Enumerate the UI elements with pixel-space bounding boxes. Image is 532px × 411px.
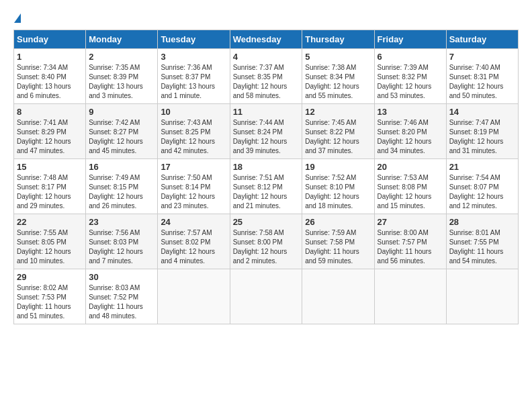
calendar-week-row: 15Sunrise: 7:48 AMSunset: 8:17 PMDayligh… [14, 159, 519, 214]
day-info: Sunrise: 7:41 AMSunset: 8:29 PMDaylight:… [17, 118, 83, 156]
column-header-friday: Friday [374, 30, 446, 49]
calendar-cell: 7Sunrise: 7:40 AMSunset: 8:31 PMDaylight… [446, 49, 518, 104]
day-info: Sunrise: 8:02 AMSunset: 7:53 PMDaylight:… [17, 283, 83, 321]
calendar-cell: 19Sunrise: 7:52 AMSunset: 8:10 PMDayligh… [302, 159, 374, 214]
calendar-cell: 25Sunrise: 7:58 AMSunset: 8:00 PMDayligh… [230, 214, 302, 269]
day-info: Sunrise: 7:56 AMSunset: 8:03 PMDaylight:… [89, 228, 154, 266]
calendar-cell [302, 269, 374, 324]
calendar-header-row: SundayMondayTuesdayWednesdayThursdayFrid… [14, 30, 519, 49]
day-info: Sunrise: 7:51 AMSunset: 8:12 PMDaylight:… [233, 173, 300, 211]
calendar-cell [230, 269, 302, 324]
day-number: 22 [17, 217, 83, 227]
day-number: 26 [305, 217, 371, 227]
calendar-cell [158, 269, 230, 324]
day-number: 10 [161, 107, 226, 117]
calendar-cell: 30Sunrise: 8:03 AMSunset: 7:52 PMDayligh… [86, 269, 158, 324]
calendar-cell: 5Sunrise: 7:38 AMSunset: 8:34 PMDaylight… [302, 49, 374, 104]
calendar-table: SundayMondayTuesdayWednesdayThursdayFrid… [13, 30, 519, 324]
calendar-week-row: 22Sunrise: 7:55 AMSunset: 8:05 PMDayligh… [14, 214, 519, 269]
day-info: Sunrise: 7:44 AMSunset: 8:24 PMDaylight:… [233, 118, 300, 156]
day-number: 14 [449, 107, 515, 117]
calendar-cell: 20Sunrise: 7:53 AMSunset: 8:08 PMDayligh… [374, 159, 446, 214]
day-number: 13 [378, 107, 443, 117]
day-number: 11 [233, 107, 300, 117]
day-info: Sunrise: 7:42 AMSunset: 8:27 PMDaylight:… [89, 118, 154, 156]
day-info: Sunrise: 7:38 AMSunset: 8:34 PMDaylight:… [305, 63, 371, 101]
calendar-cell: 13Sunrise: 7:46 AMSunset: 8:20 PMDayligh… [374, 104, 446, 159]
calendar-cell: 23Sunrise: 7:56 AMSunset: 8:03 PMDayligh… [86, 214, 158, 269]
day-number: 27 [378, 217, 443, 227]
day-number: 30 [89, 272, 154, 282]
calendar-cell: 8Sunrise: 7:41 AMSunset: 8:29 PMDaylight… [14, 104, 86, 159]
calendar-cell: 10Sunrise: 7:43 AMSunset: 8:25 PMDayligh… [158, 104, 230, 159]
day-number: 16 [89, 162, 154, 172]
calendar-cell: 6Sunrise: 7:39 AMSunset: 8:32 PMDaylight… [374, 49, 446, 104]
calendar-cell: 29Sunrise: 8:02 AMSunset: 7:53 PMDayligh… [14, 269, 86, 324]
column-header-thursday: Thursday [302, 30, 374, 49]
day-info: Sunrise: 7:49 AMSunset: 8:15 PMDaylight:… [89, 173, 154, 211]
column-header-sunday: Sunday [14, 30, 86, 49]
calendar-cell: 12Sunrise: 7:45 AMSunset: 8:22 PMDayligh… [302, 104, 374, 159]
calendar-cell: 11Sunrise: 7:44 AMSunset: 8:24 PMDayligh… [230, 104, 302, 159]
day-number: 28 [449, 217, 515, 227]
calendar-cell: 27Sunrise: 8:00 AMSunset: 7:57 PMDayligh… [374, 214, 446, 269]
day-number: 6 [378, 52, 443, 62]
calendar-cell: 16Sunrise: 7:49 AMSunset: 8:15 PMDayligh… [86, 159, 158, 214]
logo [13, 13, 21, 23]
day-info: Sunrise: 7:36 AMSunset: 8:37 PMDaylight:… [161, 63, 226, 101]
calendar-cell: 2Sunrise: 7:35 AMSunset: 8:39 PMDaylight… [86, 49, 158, 104]
day-number: 23 [89, 217, 154, 227]
calendar-week-row: 1Sunrise: 7:34 AMSunset: 8:40 PMDaylight… [14, 49, 519, 104]
day-info: Sunrise: 8:01 AMSunset: 7:55 PMDaylight:… [449, 228, 515, 266]
day-info: Sunrise: 7:45 AMSunset: 8:22 PMDaylight:… [305, 118, 371, 156]
day-info: Sunrise: 7:59 AMSunset: 7:58 PMDaylight:… [305, 228, 371, 266]
calendar-cell: 26Sunrise: 7:59 AMSunset: 7:58 PMDayligh… [302, 214, 374, 269]
calendar-week-row: 29Sunrise: 8:02 AMSunset: 7:53 PMDayligh… [14, 269, 519, 324]
calendar-cell: 18Sunrise: 7:51 AMSunset: 8:12 PMDayligh… [230, 159, 302, 214]
day-number: 19 [305, 162, 371, 172]
day-number: 2 [89, 52, 154, 62]
calendar-cell: 4Sunrise: 7:37 AMSunset: 8:35 PMDaylight… [230, 49, 302, 104]
column-header-tuesday: Tuesday [158, 30, 230, 49]
day-info: Sunrise: 7:47 AMSunset: 8:19 PMDaylight:… [449, 118, 515, 156]
calendar-cell: 21Sunrise: 7:54 AMSunset: 8:07 PMDayligh… [446, 159, 518, 214]
day-number: 4 [233, 52, 300, 62]
day-info: Sunrise: 7:37 AMSunset: 8:35 PMDaylight:… [233, 63, 300, 101]
day-number: 15 [17, 162, 83, 172]
day-number: 17 [161, 162, 226, 172]
day-info: Sunrise: 7:35 AMSunset: 8:39 PMDaylight:… [89, 63, 154, 101]
day-info: Sunrise: 7:39 AMSunset: 8:32 PMDaylight:… [378, 63, 443, 101]
day-info: Sunrise: 7:53 AMSunset: 8:08 PMDaylight:… [378, 173, 443, 211]
day-number: 20 [378, 162, 443, 172]
day-number: 24 [161, 217, 226, 227]
calendar-cell: 24Sunrise: 7:57 AMSunset: 8:02 PMDayligh… [158, 214, 230, 269]
day-info: Sunrise: 8:00 AMSunset: 7:57 PMDaylight:… [378, 228, 443, 266]
day-number: 8 [17, 107, 83, 117]
day-number: 9 [89, 107, 154, 117]
day-info: Sunrise: 7:57 AMSunset: 8:02 PMDaylight:… [161, 228, 226, 266]
day-number: 18 [233, 162, 300, 172]
day-number: 7 [449, 52, 515, 62]
day-number: 29 [17, 272, 83, 282]
day-info: Sunrise: 7:40 AMSunset: 8:31 PMDaylight:… [449, 63, 515, 101]
day-info: Sunrise: 8:03 AMSunset: 7:52 PMDaylight:… [89, 283, 154, 321]
page-header [13, 13, 519, 23]
calendar-cell: 3Sunrise: 7:36 AMSunset: 8:37 PMDaylight… [158, 49, 230, 104]
day-number: 25 [233, 217, 300, 227]
calendar-cell: 17Sunrise: 7:50 AMSunset: 8:14 PMDayligh… [158, 159, 230, 214]
calendar-week-row: 8Sunrise: 7:41 AMSunset: 8:29 PMDaylight… [14, 104, 519, 159]
day-number: 1 [17, 52, 83, 62]
calendar-cell: 14Sunrise: 7:47 AMSunset: 8:19 PMDayligh… [446, 104, 518, 159]
logo-triangle-icon [14, 13, 21, 23]
calendar-cell: 22Sunrise: 7:55 AMSunset: 8:05 PMDayligh… [14, 214, 86, 269]
day-number: 5 [305, 52, 371, 62]
day-info: Sunrise: 7:52 AMSunset: 8:10 PMDaylight:… [305, 173, 371, 211]
column-header-wednesday: Wednesday [230, 30, 302, 49]
day-number: 21 [449, 162, 515, 172]
calendar-cell [446, 269, 518, 324]
day-number: 3 [161, 52, 226, 62]
calendar-cell [374, 269, 446, 324]
day-number: 12 [305, 107, 371, 117]
column-header-saturday: Saturday [446, 30, 518, 49]
day-info: Sunrise: 7:58 AMSunset: 8:00 PMDaylight:… [233, 228, 300, 266]
